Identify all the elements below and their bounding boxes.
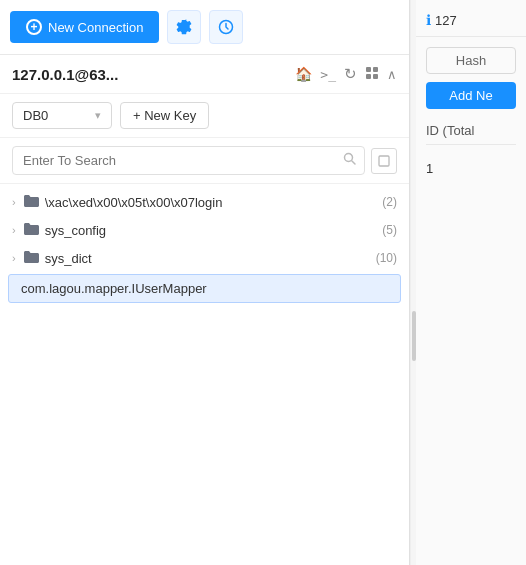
- left-panel: + New Connection 127.0.0.1@63... 🏠 >_ ↻: [0, 0, 410, 565]
- key-name: \xac\xed\x00\x05t\x00\x07login: [45, 195, 377, 210]
- connection-actions: 🏠 >_ ↻ ∧: [295, 65, 397, 83]
- key-name: sys_dict: [45, 251, 370, 266]
- search-input[interactable]: [12, 146, 365, 175]
- list-item[interactable]: › \xac\xed\x00\x05t\x00\x07login (2): [0, 188, 409, 216]
- info-row: ℹ 127: [426, 12, 516, 28]
- key-name: sys_config: [45, 223, 377, 238]
- key-list: › \xac\xed\x00\x05t\x00\x07login (2) › s…: [0, 184, 409, 565]
- chevron-right-icon: ›: [12, 196, 16, 208]
- add-new-button[interactable]: Add Ne: [426, 82, 516, 109]
- key-count: (5): [382, 223, 397, 237]
- new-connection-label: New Connection: [48, 20, 143, 35]
- chevron-right-icon: ›: [12, 224, 16, 236]
- list-item-selected[interactable]: com.lagou.mapper.IUserMapper: [8, 274, 401, 303]
- folder-icon: [24, 250, 39, 266]
- gear-button[interactable]: [167, 10, 201, 44]
- new-key-button[interactable]: + New Key: [120, 102, 209, 129]
- db-selector[interactable]: DB0 ▾: [12, 102, 112, 129]
- search-row: [0, 138, 409, 184]
- connection-name: 127.0.0.1@63...: [12, 66, 118, 83]
- toolbar: + New Connection: [0, 0, 409, 55]
- key-count: (2): [382, 195, 397, 209]
- grid-icon[interactable]: [365, 66, 379, 83]
- clock-button[interactable]: [209, 10, 243, 44]
- key-name-selected: com.lagou.mapper.IUserMapper: [21, 281, 388, 296]
- connection-header: 127.0.0.1@63... 🏠 >_ ↻ ∧: [0, 55, 409, 94]
- right-top: ℹ 127: [416, 0, 526, 37]
- chevron-up-icon[interactable]: ∧: [387, 67, 397, 82]
- add-new-label: Add Ne: [449, 88, 492, 103]
- svg-rect-6: [379, 156, 389, 166]
- id-header: ID (Total: [426, 117, 516, 145]
- db-label: DB0: [23, 108, 48, 123]
- list-item[interactable]: › sys_dict (10): [0, 244, 409, 272]
- new-connection-button[interactable]: + New Connection: [10, 11, 159, 43]
- chevron-right-icon: ›: [12, 252, 16, 264]
- refresh-icon[interactable]: ↻: [344, 65, 357, 83]
- scrollbar-thumb: [412, 311, 416, 361]
- svg-rect-2: [373, 67, 378, 72]
- hash-label: Hash: [426, 47, 516, 74]
- terminal-icon[interactable]: >_: [320, 67, 336, 82]
- search-icon: [343, 152, 357, 169]
- list-item[interactable]: › sys_config (5): [0, 216, 409, 244]
- right-panel: ℹ 127 Hash Add Ne ID (Total 1: [416, 0, 526, 565]
- svg-rect-4: [373, 74, 378, 79]
- new-key-label: + New Key: [133, 108, 196, 123]
- info-icon: ℹ: [426, 12, 431, 28]
- folder-icon: [24, 194, 39, 210]
- filter-button[interactable]: [371, 148, 397, 174]
- scrollbar[interactable]: [410, 0, 416, 565]
- db-chevron-icon: ▾: [95, 109, 101, 122]
- id-value: 1: [426, 153, 516, 184]
- search-wrap: [12, 146, 365, 175]
- gear-icon: [176, 19, 192, 35]
- home-icon[interactable]: 🏠: [295, 66, 312, 82]
- svg-rect-3: [366, 74, 371, 79]
- clock-icon: [218, 19, 234, 35]
- db-row: DB0 ▾ + New Key: [0, 94, 409, 138]
- svg-point-5: [345, 154, 353, 162]
- folder-icon: [24, 222, 39, 238]
- svg-rect-1: [366, 67, 371, 72]
- plus-circle-icon: +: [26, 19, 42, 35]
- key-count: (10): [376, 251, 397, 265]
- info-value: 127: [435, 13, 457, 28]
- right-content: Hash Add Ne ID (Total 1: [416, 37, 526, 194]
